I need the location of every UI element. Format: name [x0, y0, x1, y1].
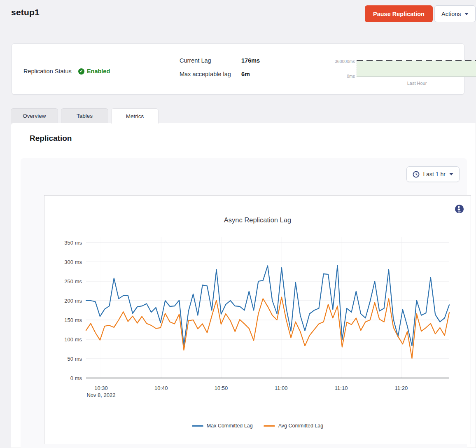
clock-icon	[413, 171, 420, 178]
max-lag-label: Max acceptable lag	[180, 71, 241, 77]
legend-label: Max Committed Lag	[207, 423, 253, 429]
svg-text:0 ms: 0 ms	[70, 375, 82, 381]
current-lag-label: Current Lag	[180, 57, 241, 64]
max-lag-value: 6m	[241, 71, 250, 77]
lag-chart-card: Async Replication Lag 0 ms50 ms100 ms150…	[44, 195, 471, 444]
tab-bar: OverviewTablesMetrics	[11, 108, 159, 124]
page-title: setup1	[11, 7, 40, 17]
svg-text:10:50: 10:50	[215, 385, 228, 391]
replication-status-label: Replication Status	[23, 68, 72, 75]
mini-chart-xlabel: Last Hour	[331, 81, 476, 86]
tab-metrics[interactable]: Metrics	[111, 108, 159, 124]
check-icon: ✓	[78, 68, 84, 75]
chevron-down-icon	[449, 173, 453, 175]
svg-text:150 ms: 150 ms	[64, 317, 82, 323]
mini-chart-ymin-label: 0ms	[347, 74, 355, 79]
metrics-tab-panel: Replication Last 1 hr Async Replication …	[11, 123, 476, 448]
svg-text:350 ms: 350 ms	[64, 240, 82, 246]
actions-button[interactable]: Actions	[434, 5, 476, 22]
mini-chart-ymax-label: 360000ms	[335, 59, 355, 64]
svg-text:10:30: 10:30	[94, 385, 108, 391]
page: { "header": { "title": "setup1", "pause_…	[0, 0, 476, 448]
mini-chart-threshold-area	[357, 61, 476, 77]
tab-overview[interactable]: Overview	[11, 108, 58, 123]
svg-text:11:10: 11:10	[335, 385, 348, 391]
status-badge: ✓ Enabled	[78, 68, 110, 75]
metrics-panel: Last 1 hr Async Replication Lag 0 ms50 m…	[21, 158, 467, 448]
legend-label: Avg Committed Lag	[278, 423, 324, 429]
replication-status-card: Replication Status ✓ Enabled Current Lag…	[12, 43, 464, 95]
section-title: Replication	[30, 134, 72, 143]
tab-tables[interactable]: Tables	[61, 108, 108, 123]
current-lag-value: 176ms	[241, 57, 260, 64]
legend-item[interactable]: Avg Committed Lag	[264, 423, 324, 429]
svg-text:11:00: 11:00	[275, 385, 288, 391]
svg-text:Nov 8, 2022: Nov 8, 2022	[86, 392, 115, 398]
legend-item[interactable]: Max Committed Lag	[192, 423, 253, 429]
status-badge-label: Enabled	[87, 68, 110, 75]
svg-text:250 ms: 250 ms	[64, 278, 82, 285]
svg-text:300 ms: 300 ms	[64, 259, 82, 265]
svg-text:11:20: 11:20	[395, 385, 408, 391]
lag-threshold-mini-chart: 360000ms 0ms Last Hour	[331, 61, 476, 86]
async-replication-lag-chart: 0 ms50 ms100 ms150 ms200 ms250 ms300 ms3…	[44, 196, 471, 444]
actions-button-label: Actions	[441, 11, 461, 17]
time-range-picker[interactable]: Last 1 hr	[406, 166, 460, 182]
chevron-down-icon	[464, 13, 469, 15]
chart-legend: Max Committed LagAvg Committed Lag	[44, 423, 471, 429]
svg-text:100 ms: 100 ms	[64, 336, 82, 343]
svg-text:50 ms: 50 ms	[68, 356, 82, 362]
legend-swatch	[192, 425, 203, 427]
pause-replication-button[interactable]: Pause Replication	[365, 5, 433, 22]
svg-text:10:40: 10:40	[154, 385, 168, 391]
legend-swatch	[264, 425, 275, 427]
svg-text:200 ms: 200 ms	[64, 298, 82, 304]
time-range-label: Last 1 hr	[423, 171, 446, 177]
